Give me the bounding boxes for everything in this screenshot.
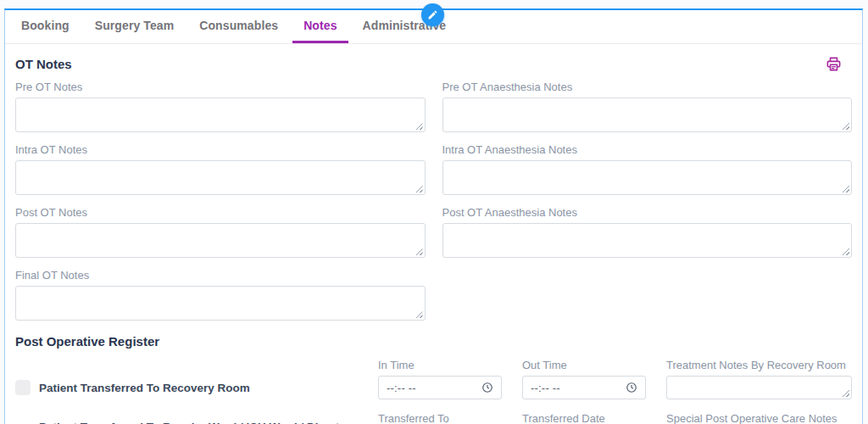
field-label: Special Post Operative Care Notes xyxy=(666,412,852,424)
ward-transfer-row: Patient Transferred To Regular Ward / IC… xyxy=(15,412,852,424)
in-time-input[interactable]: --:-- -- xyxy=(378,376,502,399)
field-label: Transferred To xyxy=(378,412,502,424)
recovery-room-checkbox-label: Patient Transferred To Recovery Room xyxy=(39,381,250,395)
treatment-notes-textarea[interactable] xyxy=(666,376,852,399)
field-label: Post OT Anaesthesia Notes xyxy=(442,206,853,219)
ward-transfer-checkbox-cell: Patient Transferred To Regular Ward / IC… xyxy=(15,420,358,424)
tab-content: OT Notes Pre OT Notes Pre OT Anaesthe xyxy=(5,44,862,424)
field-label: Post OT Notes xyxy=(15,206,426,219)
print-button[interactable] xyxy=(826,56,842,72)
field-label: Pre OT Notes xyxy=(15,81,426,93)
tab-surgery-team[interactable]: Surgery Team xyxy=(84,10,186,43)
out-time-input[interactable]: --:-- -- xyxy=(522,376,646,399)
field-label: Transferred Date xyxy=(522,412,646,424)
field-intra-ot-anaesthesia-notes: Intra OT Anaesthesia Notes xyxy=(442,143,853,195)
field-transferred-to: Transferred To Select xyxy=(378,412,502,424)
printer-icon xyxy=(826,60,842,75)
field-intra-ot-notes: Intra OT Notes xyxy=(15,143,426,195)
field-special-care-notes: Special Post Operative Care Notes xyxy=(666,412,852,424)
field-label: Treatment Notes By Recovery Room xyxy=(666,359,852,371)
final-ot-notes-textarea[interactable] xyxy=(15,286,426,321)
recovery-room-checkbox-cell: Patient Transferred To Recovery Room xyxy=(15,380,358,399)
field-label: Out Time xyxy=(522,359,646,371)
field-post-ot-anaesthesia-notes: Post OT Anaesthesia Notes xyxy=(442,206,853,258)
empty-cell xyxy=(442,269,853,321)
ward-transfer-checkbox-label: Patient Transferred To Regular Ward / IC… xyxy=(39,420,358,424)
tab-consumables[interactable]: Consumables xyxy=(188,10,289,43)
post-ot-anaesthesia-notes-textarea[interactable] xyxy=(442,223,853,258)
field-label: Intra OT Anaesthesia Notes xyxy=(442,143,853,156)
ot-notes-grid: Pre OT Notes Pre OT Anaesthesia Notes In… xyxy=(15,81,852,321)
field-final-ot-notes: Final OT Notes xyxy=(15,269,426,321)
tab-notes[interactable]: Notes xyxy=(292,10,348,43)
notes-panel: Booking Surgery Team Consumables Notes A… xyxy=(4,8,863,424)
tab-booking[interactable]: Booking xyxy=(10,10,81,43)
pre-ot-anaesthesia-notes-textarea[interactable] xyxy=(442,98,853,132)
field-pre-ot-anaesthesia-notes: Pre OT Anaesthesia Notes xyxy=(442,81,853,132)
field-pre-ot-notes: Pre OT Notes xyxy=(15,81,426,132)
field-label: In Time xyxy=(378,359,502,371)
out-time-value: --:-- -- xyxy=(531,382,560,394)
field-treatment-notes: Treatment Notes By Recovery Room xyxy=(666,359,852,399)
ot-notes-title: OT Notes xyxy=(15,57,72,71)
field-label: Final OT Notes xyxy=(15,269,426,282)
pencil-icon xyxy=(427,9,438,20)
recovery-room-checkbox[interactable] xyxy=(15,380,31,395)
intra-ot-notes-textarea[interactable] xyxy=(15,160,426,195)
field-transferred-date: Transferred Date MM/DD/YYYY xyxy=(522,412,646,424)
clock-icon[interactable] xyxy=(481,382,493,393)
recovery-room-row: Patient Transferred To Recovery Room In … xyxy=(15,359,852,399)
post-ot-notes-textarea[interactable] xyxy=(15,223,426,258)
intra-ot-anaesthesia-notes-textarea[interactable] xyxy=(442,160,853,195)
field-label: Pre OT Anaesthesia Notes xyxy=(442,81,853,93)
field-in-time: In Time --:-- -- xyxy=(378,359,502,399)
field-label: Intra OT Notes xyxy=(15,143,426,156)
edit-button[interactable] xyxy=(421,3,444,26)
field-post-ot-notes: Post OT Notes xyxy=(15,206,426,258)
pre-ot-notes-textarea[interactable] xyxy=(15,98,426,132)
in-time-value: --:-- -- xyxy=(387,382,416,394)
post-operative-register-title: Post Operative Register xyxy=(15,334,852,349)
field-out-time: Out Time --:-- -- xyxy=(522,359,646,399)
clock-icon[interactable] xyxy=(626,382,637,393)
